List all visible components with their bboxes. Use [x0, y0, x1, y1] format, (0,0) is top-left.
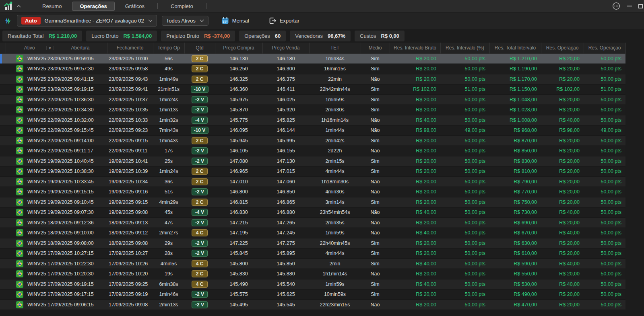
- cell-res-total-intervalo: R$ 870,00: [489, 135, 541, 146]
- cell-tempo-op: 28s: [153, 248, 184, 259]
- col-header-tet[interactable]: TET: [309, 43, 361, 53]
- collapse-caret-icon[interactable]: [16, 4, 21, 8]
- brazil-flag-icon: [16, 281, 23, 288]
- trade-row[interactable]: WINV2519/09/2025 10:38:3019/09/2025 10:3…: [0, 166, 625, 177]
- cell-tempo-op: 19s: [153, 269, 184, 279]
- trade-row[interactable]: WINV2517/09/2025 09:06:1517/09/2025 09:0…: [0, 300, 625, 310]
- trade-row[interactable]: WINV2518/09/2025 09:12:3618/09/2025 09:1…: [0, 218, 625, 228]
- cell-fechamento: 23/09/2025 09:43: [107, 74, 153, 84]
- cell-res-operacao: R$ 20,00: [541, 300, 584, 310]
- col-header-res-operacao-pts[interactable]: Res. Operação: [584, 43, 625, 53]
- period-mensal-button[interactable]: Mensal: [219, 15, 252, 26]
- col-header-res-operacao[interactable]: Res. Operação: [541, 43, 584, 53]
- cell-preco-compra: 147.215: [215, 218, 262, 228]
- col-header-res-intervalo-bruto[interactable]: Res. Intervalo Bruto: [390, 43, 440, 53]
- cell-res-operacao: R$ 20,00: [541, 94, 584, 105]
- cell-qtd: -2 V: [184, 248, 215, 259]
- cell-res-operacao: R$ 40,00: [541, 228, 584, 238]
- trade-row[interactable]: WINV2522/09/2025 10:32:0022/09/2025 10:3…: [0, 115, 625, 125]
- trade-row[interactable]: WINV2517/09/2025 10:27:1517/09/2025 10:2…: [0, 248, 625, 259]
- trade-row[interactable]: WINV2517/09/2025 10:20:3017/09/2025 10:2…: [0, 269, 625, 279]
- minimize-icon[interactable]: [627, 6, 632, 6]
- col-header-qtd[interactable]: Qtd: [184, 43, 215, 53]
- row-spacer: [6, 269, 13, 279]
- row-spacer: [6, 135, 13, 146]
- trade-row[interactable]: WINV2523/09/2025 09:19:1523/09/2025 09:4…: [0, 84, 625, 95]
- col-header-abertura[interactable]: ▾ Abertura: [46, 43, 107, 53]
- tab-completo[interactable]: Completo: [163, 2, 200, 10]
- trade-row[interactable]: WINV2522/09/2025 09:15:4522/09/2025 09:2…: [0, 125, 625, 136]
- maximize-icon[interactable]: [638, 4, 643, 8]
- cell-preco-venda: 146.155: [262, 146, 309, 156]
- trade-row[interactable]: WINV2518/09/2025 09:10:0018/09/2025 09:1…: [0, 228, 625, 238]
- cell-qtd: -2 V: [184, 187, 215, 197]
- cell-preco-venda: 146.180: [262, 53, 309, 64]
- cell-ativo: WINV25: [27, 197, 46, 207]
- trade-row[interactable]: WINV2519/09/2025 09:07:3019/09/2025 09:0…: [0, 207, 625, 218]
- more-options-icon[interactable]: [612, 2, 621, 10]
- qtd-badge: -10 V: [191, 127, 209, 134]
- col-header-preco-compra[interactable]: Preço Compra: [215, 43, 262, 53]
- trade-row[interactable]: WINV2519/09/2025 09:10:4519/09/2025 09:1…: [0, 197, 625, 207]
- trade-row[interactable]: WINV2517/09/2025 09:17:1517/09/2025 09:1…: [0, 289, 625, 300]
- cell-preco-venda: 145.850: [262, 259, 309, 269]
- row-select-bar: [0, 300, 6, 310]
- col-header-medio[interactable]: Médio: [361, 43, 390, 53]
- cell-abertura: 17/09/2025 10:20:30: [46, 269, 107, 279]
- trade-row[interactable]: WINV2522/09/2025 09:11:1722/09/2025 09:1…: [0, 146, 625, 156]
- trade-row[interactable]: WINV2522/09/2025 10:34:3022/09/2025 10:3…: [0, 105, 625, 115]
- cell-ativo: WINV25: [27, 94, 46, 105]
- cell-res-intervalo-pct: 50,00 pts: [440, 64, 489, 74]
- cell-medio: Não: [361, 187, 390, 197]
- cell-res-operacao-pts: 50,00 pts: [584, 269, 625, 279]
- assets-select[interactable]: Todos Ativos: [162, 16, 208, 26]
- cell-preco-venda: 146.850: [262, 187, 309, 197]
- cell-qtd: -2 V: [184, 289, 215, 300]
- trade-row[interactable]: WINV2523/09/2025 09:59:0523/09/2025 10:0…: [0, 53, 625, 64]
- cell-tet: 1h16min14s: [309, 115, 361, 125]
- trade-row[interactable]: WINV2522/09/2025 10:36:3022/09/2025 10:3…: [0, 94, 625, 105]
- tab-operacoes[interactable]: Operações: [72, 2, 114, 11]
- export-button[interactable]: Exportar: [266, 16, 302, 26]
- cell-abertura: 23/09/2025 09:19:15: [46, 84, 107, 95]
- row-spacer: [6, 197, 13, 207]
- cell-res-operacao: R$ 20,00: [541, 176, 584, 187]
- cell-res-operacao-pts: 50,00 pts: [584, 259, 625, 269]
- cell-tempo-op: 4min5s: [153, 259, 184, 269]
- trade-row[interactable]: WINV2517/09/2025 10:22:3017/09/2025 10:2…: [0, 259, 625, 269]
- cell-flag: [13, 269, 27, 279]
- tab-graficos[interactable]: Gráficos: [118, 2, 152, 10]
- trade-row[interactable]: WINV2518/09/2025 09:08:0018/09/2025 09:0…: [0, 238, 625, 248]
- row-spacer: [6, 53, 13, 64]
- cell-medio: Não: [361, 125, 390, 136]
- trade-row[interactable]: WINV2519/09/2025 10:33:4519/09/2025 10:3…: [0, 176, 625, 187]
- cell-flag: [13, 300, 27, 310]
- row-spacer: [6, 156, 13, 166]
- cell-res-operacao: R$ 20,00: [541, 135, 584, 146]
- col-header-res-intervalo-pct[interactable]: Res. Intervalo (%): [440, 43, 489, 53]
- trade-row[interactable]: WINV2519/09/2025 09:15:1519/09/2025 09:1…: [0, 187, 625, 197]
- cell-preco-venda: 146.375: [262, 74, 309, 84]
- col-header-preco-venda[interactable]: Preço Venda: [262, 43, 309, 53]
- cell-res-intervalo-pct: 50,00 pts: [440, 166, 489, 177]
- tab-resumo[interactable]: Resumo: [35, 2, 69, 10]
- strategy-select[interactable]: Auto GammaSmartIndice - ZERO7 avaliação …: [17, 15, 157, 27]
- trade-row[interactable]: WINV2523/09/2025 09:41:1523/09/2025 09:4…: [0, 74, 625, 84]
- cell-res-intervalo-bruto: R$ 20,00: [390, 300, 440, 310]
- cell-res-intervalo-bruto: R$ 40,00: [390, 259, 440, 269]
- trade-row[interactable]: WINV2519/09/2025 10:40:4519/09/2025 10:4…: [0, 156, 625, 166]
- trade-row[interactable]: WINV2517/09/2025 09:19:1517/09/2025 09:2…: [0, 279, 625, 289]
- cell-res-operacao: R$ 20,00: [541, 156, 584, 166]
- cell-res-total-intervalo: R$ 790,00: [489, 176, 541, 187]
- cell-medio: Sim: [361, 238, 390, 248]
- trade-row[interactable]: WINV2523/09/2025 09:57:3023/09/2025 09:5…: [0, 64, 625, 74]
- trade-row[interactable]: WINV2522/09/2025 09:14:0022/09/2025 09:1…: [0, 135, 625, 146]
- col-header-fechamento[interactable]: Fechamento: [107, 43, 153, 53]
- cell-medio: Sim: [361, 166, 390, 177]
- period-label: Mensal: [232, 18, 249, 24]
- col-header-tempo-op[interactable]: Tempo Op: [153, 43, 184, 53]
- stat-custos: CustosR$ 0,00: [355, 31, 405, 41]
- filter-icon[interactable]: ▾: [46, 46, 54, 50]
- col-header-res-total-intervalo[interactable]: Res. Total Intervalo: [489, 43, 541, 53]
- col-header-ativo[interactable]: Ativo: [13, 43, 46, 53]
